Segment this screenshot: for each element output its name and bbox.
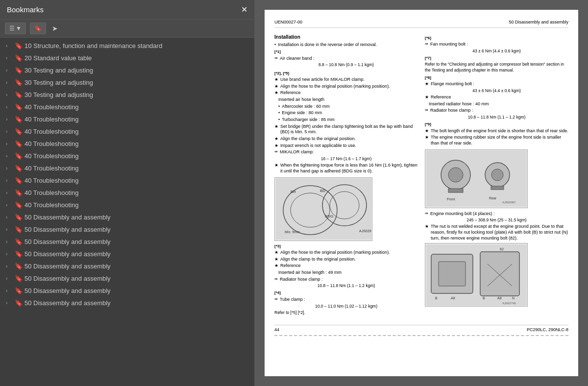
ref4-refer: Refer to [*5] [*2]. bbox=[274, 310, 418, 316]
bookmark-item-label: 50 Disassembly and assembly bbox=[24, 226, 111, 233]
svg-text:B: B bbox=[483, 296, 485, 300]
bookmark-item-label: 50 Disassembly and assembly bbox=[24, 263, 111, 270]
bookmark-item[interactable]: ›🔖50 Disassembly and assembly bbox=[0, 236, 254, 248]
bookmark-item-icon: 🔖 bbox=[15, 299, 23, 307]
list-view-button[interactable]: ☰ ▼ bbox=[5, 23, 26, 34]
svg-text:Min. 5mm: Min. 5mm bbox=[285, 230, 300, 234]
pdf-content[interactable]: UEN00027-00 50 Disassembly and assembly … bbox=[255, 0, 588, 386]
arrow3: ⇛ bbox=[274, 297, 278, 302]
ref25-after: Aftercooler side : 60 mm bbox=[282, 104, 330, 110]
arrow5: ⇛ bbox=[425, 108, 428, 113]
ref25-turbo: Turbocharger side : 85 mm bbox=[282, 117, 335, 123]
bookmark-item[interactable]: ›🔖50 Disassembly and assembly bbox=[0, 272, 254, 285]
expand-arrow-icon: › bbox=[6, 239, 13, 244]
svg-rect-13 bbox=[448, 189, 463, 193]
ref1-arrow: ⇛ bbox=[274, 56, 278, 61]
bookmark-icon-button[interactable]: 🔖 bbox=[30, 23, 46, 34]
svg-text:Front: Front bbox=[447, 197, 455, 201]
bookmark-item[interactable]: ›🔖30 Testing and adjusting bbox=[0, 89, 254, 101]
star2: ★ bbox=[274, 84, 278, 90]
ref3-text2: Align the clamp to the original position… bbox=[280, 257, 356, 263]
bookmark-item[interactable]: ›🔖50 Disassembly and assembly bbox=[0, 223, 254, 236]
ref4-torque: 10.0 – 11.0 Nm (1.02 – 1.12 kgm) bbox=[274, 304, 418, 309]
bookmark-item[interactable]: ›🔖50 Disassembly and assembly bbox=[0, 260, 254, 272]
svg-text:B: B bbox=[435, 296, 438, 300]
bookmark-item[interactable]: ›🔖40 Troubleshooting bbox=[0, 125, 254, 138]
bookmark-item-label: 50 Disassembly and assembly bbox=[24, 275, 111, 282]
bookmark-item-label: 40 Troubleshooting bbox=[24, 103, 79, 111]
bullet4: • bbox=[278, 117, 280, 123]
ref3-item2: ★ Align the clamp to the original positi… bbox=[274, 257, 418, 263]
bookmark-item[interactable]: ›🔖50 Disassembly and assembly bbox=[0, 285, 254, 297]
bookmark-item[interactable]: ›🔖40 Troubleshooting bbox=[0, 150, 254, 162]
ref25-ref-text: Inserted air hose length bbox=[278, 97, 418, 103]
ref25-set-item: ★ Set bridge (BR) under the clamp tighte… bbox=[274, 124, 418, 135]
bookmark-item[interactable]: ›🔖40 Troubleshooting bbox=[0, 138, 254, 150]
pdf-image-row-left: BR BD BDG Min. 5mm AJS02904 bbox=[274, 177, 418, 241]
cursor-indicator: ➤ bbox=[52, 24, 58, 32]
ref25-text2: Align the hose to the original position … bbox=[280, 84, 390, 90]
bookmark-item[interactable]: ›🔖30 Testing and adjusting bbox=[0, 64, 254, 76]
bookmark-item[interactable]: ›🔖50 Disassembly and assembly bbox=[0, 297, 254, 309]
svg-text:BR: BR bbox=[291, 190, 296, 194]
ref1-text: Air cleaner band : bbox=[280, 56, 315, 62]
bookmark-item-icon: 🔖 bbox=[15, 42, 23, 49]
bookmark-item[interactable]: ›🔖40 Troubleshooting bbox=[0, 162, 254, 174]
ref3-text1: Align the hose to the original position … bbox=[280, 250, 390, 256]
bookmark-item[interactable]: ›🔖50 Disassembly and assembly bbox=[0, 248, 254, 260]
bookmark-item-label: 40 Troubleshooting bbox=[24, 189, 79, 196]
expand-arrow-icon: › bbox=[6, 141, 13, 146]
bookmark-item-icon: 🔖 bbox=[15, 116, 23, 123]
ref25-turbo-item: • Turbocharger side : 85 mm bbox=[278, 117, 418, 123]
bookmark-item-label: 50 Disassembly and assembly bbox=[24, 238, 111, 245]
engine-mount-image: Front Rear AJS02907 bbox=[425, 149, 528, 208]
expand-arrow-icon: › bbox=[6, 215, 13, 220]
expand-arrow-icon: › bbox=[6, 153, 13, 159]
star11: ★ bbox=[425, 81, 429, 87]
bookmark-icon: 🔖 bbox=[34, 25, 42, 32]
ref4-tube-item: ⇛ Tube clamp : bbox=[274, 297, 418, 303]
bookmark-item[interactable]: ›🔖20 Standard value table bbox=[0, 52, 254, 64]
pdf-page: UEN00027-00 50 Disassembly and assembly … bbox=[265, 10, 578, 376]
bookmark-item[interactable]: ›🔖40 Troubleshooting bbox=[0, 113, 254, 125]
bookmark-item[interactable]: ›🔖40 Troubleshooting bbox=[0, 187, 254, 199]
bookmark-item-icon: 🔖 bbox=[15, 140, 23, 147]
bookmark-item-label: 50 Disassembly and assembly bbox=[24, 299, 111, 307]
bookmark-item-icon: 🔖 bbox=[15, 238, 23, 245]
footer-page: 44 bbox=[274, 327, 279, 333]
right-ref9-item2: ★ The engine mounting rubber size of the… bbox=[425, 135, 568, 146]
bookmark-item[interactable]: ›🔖10 Structure, function and maintenance… bbox=[0, 40, 254, 52]
bookmark-item[interactable]: ›🔖40 Troubleshooting bbox=[0, 199, 254, 211]
bookmark-item[interactable]: ›🔖40 Troubleshooting bbox=[0, 174, 254, 187]
right-ref8-radiator-torque: 10.8 – 11.8 Nm (1.1 – 1.2 kgm) bbox=[425, 115, 568, 120]
bookmark-item[interactable]: ›🔖40 Troubleshooting bbox=[0, 101, 254, 113]
engine-mount-bottom-image: B A8 B A8 N 82 AJS02746 bbox=[425, 243, 528, 307]
ref25-mikalor-item: ⇛ MIKALOR clamp: bbox=[274, 149, 418, 155]
svg-text:AJS02904: AJS02904 bbox=[359, 229, 371, 233]
ref25-impact: Impact wrench is not applicable to use. bbox=[280, 143, 356, 149]
svg-text:N: N bbox=[512, 296, 514, 300]
engine-bolt-item: ⇛ Engine mounting bolt (4 places) : bbox=[425, 211, 568, 217]
svg-point-15 bbox=[491, 169, 503, 181]
bullet-marker: • bbox=[274, 42, 276, 48]
pdf-header: UEN00027-00 50 Disassembly and assembly bbox=[274, 20, 568, 28]
ref25-impact-item: ★ Impact wrench is not applicable to use… bbox=[274, 143, 418, 149]
bookmark-item-icon: 🔖 bbox=[15, 67, 23, 74]
close-button[interactable]: ✕ bbox=[241, 5, 247, 14]
pdf-image-row-right: Front Rear AJS02907 bbox=[425, 149, 568, 208]
right-ref8-radiator-item: ⇛ Radiator hose clamp : bbox=[425, 108, 568, 114]
ref25-after-item: • Aftercooler side : 60 mm bbox=[278, 104, 418, 110]
bullet2: • bbox=[278, 104, 280, 110]
expand-arrow-icon: › bbox=[6, 92, 13, 97]
ref25-align-item: ★ Align the clamp to the original positi… bbox=[274, 136, 418, 142]
arrow6: ⇛ bbox=[425, 211, 428, 216]
bookmarks-header: Bookmarks ✕ bbox=[0, 0, 254, 20]
right-ref9-text2: The engine mounting rubber size of the e… bbox=[431, 135, 568, 146]
bookmark-item[interactable]: ›🔖50 Disassembly and assembly bbox=[0, 211, 254, 223]
bookmark-item[interactable]: ›🔖30 Testing and adjusting bbox=[0, 76, 254, 89]
star6: ★ bbox=[274, 143, 278, 149]
bookmark-item-icon: 🔖 bbox=[15, 152, 23, 160]
ref3-item1: ★ Align the hose to the original positio… bbox=[274, 250, 418, 256]
arrow1: ⇛ bbox=[274, 149, 278, 154]
expand-arrow-icon: › bbox=[6, 227, 13, 232]
